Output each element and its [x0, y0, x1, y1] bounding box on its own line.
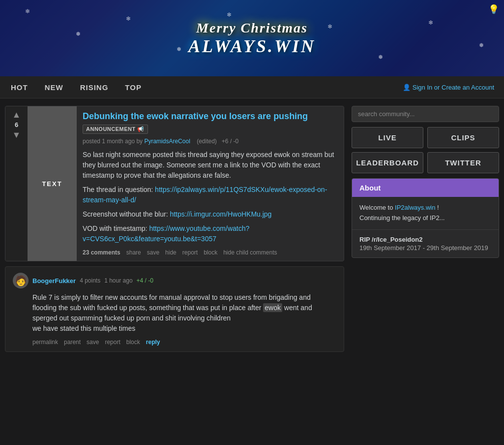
- sidebar-buttons: LIVE CLIPS LEADERBOARD TWITTER: [352, 127, 499, 173]
- sidebar-leaderboard-button[interactable]: LEADERBOARD: [352, 152, 423, 173]
- post-area: ▲ 6 ▼ TEXT Debunking the ewok narrative …: [5, 106, 344, 352]
- link-screenshot[interactable]: https://i.imgur.com/HwoHKMu.jpg: [170, 210, 271, 218]
- nav-hot[interactable]: HOT: [10, 81, 29, 94]
- site-name-banner: ALWAYS.WIN: [188, 36, 316, 57]
- comment-highlight: ewok: [263, 303, 282, 312]
- site-banner: ❄ ❅ ❄ ❅ ❄ ❅ ❄ ❅ ❄ ❅ Merry Christmas ALWA…: [0, 0, 504, 76]
- downvote-arrow[interactable]: ▼: [12, 130, 21, 139]
- comment-header: 🧑 BoogerFukker 4 points 1 hour ago +4 / …: [13, 273, 336, 288]
- post-vote: ▲ 6 ▼: [5, 106, 28, 261]
- comment-username[interactable]: BoogerFukker: [32, 277, 76, 285]
- auth-text: Sign In or Create an Account: [413, 84, 494, 91]
- rip-dates: 19th September 2017 - 29th September 201…: [359, 244, 488, 252]
- upvote-arrow[interactable]: ▲: [12, 110, 21, 119]
- content-vod-label: VOD with timestamp: https://www.youtube.…: [83, 223, 338, 244]
- post-author[interactable]: PyramidsAreCool: [144, 138, 190, 145]
- comment-save[interactable]: save: [87, 339, 99, 346]
- nav-new[interactable]: NEW: [44, 81, 64, 94]
- post-thumbnail: TEXT: [28, 106, 77, 261]
- comment-score-change: +4 / -0: [137, 277, 153, 284]
- comment-parent[interactable]: parent: [64, 339, 81, 346]
- post-hide[interactable]: hide: [165, 249, 177, 256]
- nav-top[interactable]: TOP: [124, 81, 143, 94]
- about-section: About Welcome to IP2always.win ! Continu…: [352, 178, 499, 258]
- post-content: So last night someone posted this thread…: [83, 150, 338, 244]
- post-meta: posted 1 month ago by PyramidsAreCool (e…: [83, 138, 338, 145]
- rip-title: RIP /r/Ice_Poseidon2: [359, 236, 491, 243]
- post-block[interactable]: block: [204, 249, 217, 256]
- sidebar-clips-button[interactable]: CLIPS: [427, 127, 499, 148]
- content-screenshot-label: Screenshot without the blur: https://i.i…: [83, 209, 338, 220]
- nav-auth[interactable]: 👤 Sign In or Create an Account: [403, 84, 494, 91]
- thumbnail-label: TEXT: [42, 180, 62, 188]
- about-header: About: [352, 179, 499, 197]
- content-thread-label: The thread in question: https://ip2alway…: [83, 185, 338, 205]
- avatar-icon: 🧑: [15, 275, 27, 286]
- post-body: Debunking the ewok narrative you losers …: [77, 106, 344, 261]
- banner-text: Merry Christmas ALWAYS.WIN: [188, 20, 316, 57]
- comment-block[interactable]: block: [126, 339, 140, 346]
- post-share[interactable]: share: [126, 249, 141, 256]
- post-actions: 23 comments share save hide report block…: [83, 249, 338, 256]
- comment-avatar: 🧑: [13, 273, 29, 288]
- sidebar-live-button[interactable]: LIVE: [352, 127, 423, 148]
- comment-permalink[interactable]: permalink: [32, 339, 58, 346]
- post-tag: ANNOUNCEMENT 📢: [83, 125, 148, 134]
- user-icon: 👤: [403, 84, 411, 91]
- comment-reply[interactable]: reply: [146, 339, 160, 346]
- post-hide-child[interactable]: hide child comments: [223, 249, 277, 256]
- welcome-cont: !: [437, 204, 439, 211]
- comment-points: 4 points: [80, 277, 100, 284]
- bulb-icon: 💡: [488, 4, 499, 15]
- post-comments-link[interactable]: 23 comments: [83, 249, 120, 256]
- about-body: Welcome to IP2always.win ! Continuing th…: [352, 197, 499, 230]
- post-report[interactable]: report: [182, 249, 198, 256]
- link-vod[interactable]: https://www.youtube.com/watch?v=CVS6cx_P…: [83, 224, 249, 243]
- site-link[interactable]: IP2always.win: [395, 204, 435, 211]
- post-save[interactable]: save: [147, 249, 159, 256]
- comment-report[interactable]: report: [105, 339, 120, 346]
- post-card: ▲ 6 ▼ TEXT Debunking the ewok narrative …: [5, 106, 344, 261]
- meta-score: +6 / -0: [222, 138, 238, 145]
- comment-actions: permalink parent save report block reply: [13, 339, 336, 346]
- comment-time: 1 hour ago: [104, 277, 132, 284]
- main-layout: ▲ 6 ▼ TEXT Debunking the ewok narrative …: [0, 98, 504, 359]
- comment-body-l2: we have stated this multiple times: [32, 324, 135, 332]
- christmas-text: Merry Christmas: [196, 20, 308, 35]
- legacy-text: Continuing the legacy of IP2...: [359, 214, 445, 222]
- comment-section: 🧑 BoogerFukker 4 points 1 hour ago +4 / …: [5, 266, 344, 352]
- content-p1: So last night someone posted this thread…: [83, 150, 338, 181]
- nav-links: HOT NEW RISING TOP: [10, 81, 143, 94]
- navbar: HOT NEW RISING TOP 👤 Sign In or Create a…: [0, 76, 504, 98]
- about-rip: RIP /r/Ice_Poseidon2 19th September 2017…: [352, 230, 499, 257]
- meta-edited: (edited): [197, 138, 217, 145]
- comment-body: Rule 7 is simply to filter new accounts …: [13, 292, 336, 334]
- nav-rising[interactable]: RISING: [79, 81, 110, 94]
- vote-count: 6: [15, 121, 18, 128]
- welcome-text: Welcome to: [359, 204, 393, 211]
- post-title[interactable]: Debunking the ewok narrative you losers …: [83, 111, 338, 122]
- search-input[interactable]: [352, 106, 499, 122]
- sidebar-twitter-button[interactable]: TWITTER: [427, 152, 499, 173]
- meta-posted: posted 1 month ago by: [83, 138, 143, 145]
- link-thread[interactable]: https://ip2always.win/p/11QS7dSKXu/ewok-…: [83, 186, 327, 204]
- sidebar: LIVE CLIPS LEADERBOARD TWITTER About Wel…: [352, 106, 499, 352]
